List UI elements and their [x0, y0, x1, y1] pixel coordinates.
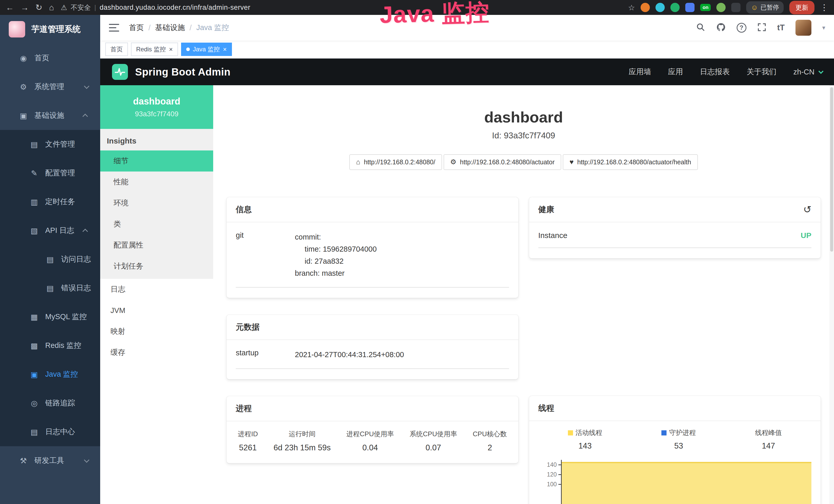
locale-selector[interactable]: zh-CN — [793, 68, 822, 76]
sidebar-item-config-management[interactable]: ✎ 配置管理 — [0, 159, 100, 187]
threads-card: 线程 活动线程 — [529, 396, 821, 504]
help-icon[interactable]: ? — [737, 23, 746, 32]
forward-icon[interactable]: → — [21, 3, 29, 12]
sba-nav-mappings[interactable]: 映射 — [100, 321, 213, 342]
font-size-icon[interactable]: tT — [777, 23, 785, 32]
process-stat-cpu-cores: CPU核心数 2 — [473, 430, 507, 452]
sba-brand-title[interactable]: Spring Boot Admin — [135, 66, 231, 78]
tag-home[interactable]: 首页 — [105, 43, 128, 56]
back-icon[interactable]: ← — [6, 3, 14, 12]
sba-nav-beans[interactable]: 类 — [100, 214, 213, 235]
sba-nav-environment[interactable]: 环境 — [100, 192, 213, 214]
sidebar-item-system-management[interactable]: ⚙ 系统管理 — [0, 72, 100, 101]
sba-nav-scheduled-tasks[interactable]: 计划任务 — [100, 256, 213, 277]
extension-icon-4[interactable] — [685, 3, 695, 12]
sba-nav: 应用墙 应用 日志报表 关于我们 zh-CN — [629, 67, 822, 77]
admin-menu: ◉ 首页 ⚙ 系统管理 ▣ 基础设施 ▤ 文件管理 — [0, 44, 100, 504]
sidebar-item-trace[interactable]: ◎ 链路追踪 — [0, 389, 100, 417]
schedule-icon: ▥ — [29, 198, 39, 206]
sidebar-item-scheduled-tasks[interactable]: ▥ 定时任务 — [0, 187, 100, 216]
card-title: 进程 — [236, 403, 252, 414]
breadcrumb-infrastructure[interactable]: 基础设施 — [155, 23, 185, 33]
home-icon[interactable]: ⌂ — [49, 3, 54, 12]
sidebar-item-mysql-monitor[interactable]: ▦ MySQL 监控 — [0, 302, 100, 331]
admin-sidebar: 芋道管理系统 ◉ 首页 ⚙ 系统管理 ▣ 基础设施 ▤ — [0, 15, 100, 504]
close-icon[interactable]: × — [169, 46, 173, 53]
scrollbar-thumb[interactable] — [830, 87, 833, 252]
sba-nav-applications[interactable]: 应用 — [668, 67, 683, 77]
fullscreen-icon[interactable] — [757, 23, 766, 33]
health-url-link[interactable]: ♥ http://192.168.0.2:48080/actuator/heal… — [563, 154, 698, 170]
address-bar[interactable]: ⚠ 不安全 | dashboard.yudao.iocoder.cn/infra… — [61, 3, 250, 12]
access-log-icon: ▤ — [45, 255, 55, 264]
paused-chip[interactable]: ☺ 已暂停 — [746, 1, 784, 14]
browser-chrome: ← → ↻ ⌂ ⚠ 不安全 | dashboard.yudao.iocoder.… — [0, 0, 834, 15]
address-divider: | — [94, 4, 96, 12]
dashboard-icon: ◉ — [19, 54, 28, 63]
extension-icon-1[interactable] — [641, 3, 650, 12]
extension-icon-6[interactable] — [716, 3, 726, 12]
security-label: 不安全 — [71, 3, 91, 12]
extension-icon-2[interactable] — [656, 3, 665, 12]
scrollbar-track[interactable] — [829, 85, 834, 504]
sba-nav-journal[interactable]: 日志报表 — [700, 67, 730, 77]
user-avatar[interactable] — [795, 20, 811, 36]
instance-links: ⌂ http://192.168.0.2:48080/ ⚙ http://192… — [213, 154, 834, 170]
chrome-right-controls: ☆ on ☺ 已暂停 更新 ⋮ — [628, 1, 828, 15]
sidebar-item-api-logs[interactable]: ▧ API 日志 — [0, 216, 100, 245]
card-title: 线程 — [539, 403, 554, 414]
app-logo-row[interactable]: 芋道管理系统 — [0, 15, 100, 44]
service-url-link[interactable]: ⌂ http://192.168.0.2:48080/ — [349, 154, 442, 170]
actuator-url-link[interactable]: ⚙ http://192.168.0.2:48080/actuator — [444, 154, 562, 170]
sidebar-item-error-logs[interactable]: ▤ 错误日志 — [0, 274, 100, 302]
refresh-icon[interactable]: ↻ — [36, 3, 42, 12]
sidebar-item-dev-tools[interactable]: ⚒ 研发工具 — [0, 446, 100, 475]
process-stats: 进程ID 5261 运行时间 6d 23h 15m 59s — [226, 421, 518, 463]
sba-nav-configprops[interactable]: 配置属性 — [100, 235, 213, 256]
tags-bar: 首页 Redis 监控 × Java 监控 × — [100, 41, 834, 59]
sba-nav-about[interactable]: 关于我们 — [747, 67, 776, 77]
avatar-caret-icon[interactable]: ▾ — [822, 24, 825, 31]
process-card: 进程 进程ID 5261 运行时间 — [226, 396, 518, 463]
history-icon[interactable]: ↺ — [803, 205, 811, 214]
tag-java-monitor[interactable]: Java 监控 × — [181, 43, 232, 56]
sba-logo-icon[interactable] — [112, 64, 128, 80]
sidebar-item-log-center[interactable]: ▤ 日志中心 — [0, 417, 100, 446]
sidebar-item-java-monitor[interactable]: ▣ Java 监控 — [0, 360, 100, 389]
chevron-up-icon — [83, 229, 88, 234]
sba-nav-jvm[interactable]: JVM — [100, 300, 213, 321]
status-badge: UP — [800, 231, 811, 240]
sba-nav-wallboard[interactable]: 应用墙 — [629, 67, 651, 77]
search-icon[interactable] — [696, 23, 705, 33]
sidebar-item-redis-monitor[interactable]: ▩ Redis 监控 — [0, 331, 100, 360]
tag-redis-monitor[interactable]: Redis 监控 × — [131, 43, 178, 56]
chevron-down-icon — [84, 84, 89, 89]
sidebar-item-infrastructure[interactable]: ▣ 基础设施 — [0, 101, 100, 130]
browser-menu-icon[interactable]: ⋮ — [820, 3, 828, 12]
heart-icon: ♥ — [569, 159, 574, 166]
sba-nav-caches[interactable]: 缓存 — [100, 342, 213, 363]
sidebar-item-access-logs[interactable]: ▤ 访问日志 — [0, 245, 100, 274]
breadcrumb-home[interactable]: 首页 — [129, 23, 144, 33]
extension-icon-3[interactable] — [671, 3, 680, 12]
update-button[interactable]: 更新 — [789, 1, 814, 15]
sba-nav-details[interactable]: 细节 — [100, 151, 213, 171]
wrench-icon: ⚙ — [450, 159, 456, 166]
extension-on-badge[interactable]: on — [700, 4, 711, 11]
bookmark-star-icon[interactable]: ☆ — [628, 3, 635, 12]
process-stat-uptime: 运行时间 6d 23h 15m 59s — [273, 430, 331, 452]
legend-swatch-yellow — [568, 430, 573, 435]
mysql-icon: ▦ — [29, 313, 39, 321]
sba-nav-logs[interactable]: 日志 — [100, 279, 213, 300]
instance-id: 93a3fc7f7409 — [135, 110, 178, 118]
sidebar-item-file-management[interactable]: ▤ 文件管理 — [0, 130, 100, 159]
threads-legend: 活动线程 143 守护进程 — [539, 428, 812, 451]
sidebar-item-home[interactable]: ◉ 首页 — [0, 44, 100, 72]
instance-header[interactable]: dashboard 93a3fc7f7409 — [100, 85, 213, 129]
process-stat-pid: 进程ID 5261 — [238, 430, 258, 452]
extension-puzzle-icon[interactable] — [731, 3, 741, 12]
hamburger-icon[interactable] — [109, 24, 119, 31]
sba-nav-metrics[interactable]: 性能 — [100, 171, 213, 192]
github-icon[interactable] — [716, 22, 726, 33]
close-icon[interactable]: × — [223, 46, 227, 53]
